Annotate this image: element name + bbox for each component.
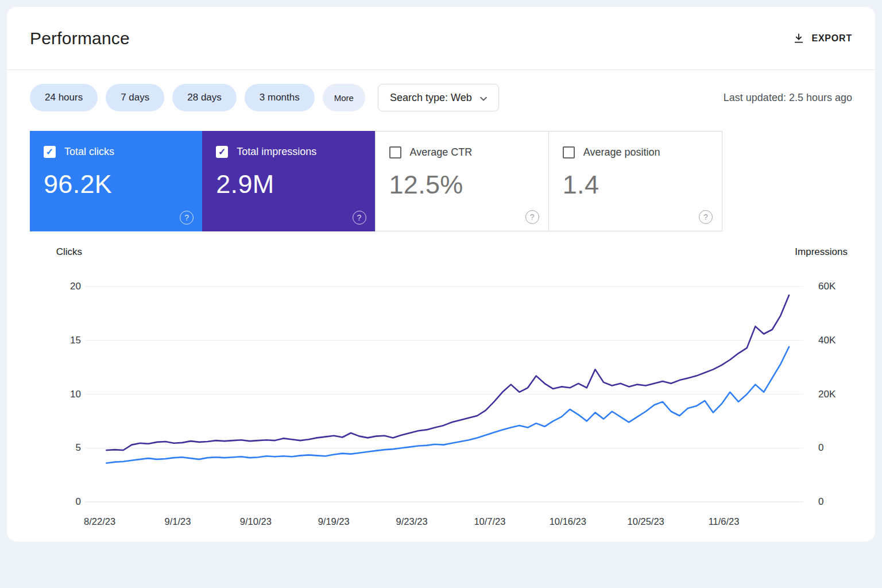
- left-axis-tick: 5: [76, 442, 81, 454]
- card-top: ✓ Total clicks: [44, 146, 189, 158]
- filter-toolbar: 24 hours 7 days 28 days 3 months More Se…: [7, 84, 875, 111]
- x-axis-label: 8/22/23: [84, 516, 115, 527]
- chart-plot-area: [84, 264, 803, 505]
- card-top: Average position: [563, 146, 708, 158]
- page-header: Performance EXPORT: [7, 7, 875, 70]
- metric-label: Total impressions: [237, 146, 316, 158]
- metric-value: 2.9M: [216, 169, 361, 199]
- right-axis-title: Impressions: [795, 246, 848, 258]
- left-axis-tick: 10: [70, 388, 81, 401]
- metric-card-total-clicks[interactable]: ✓ Total clicks 96.2K ?: [30, 131, 203, 231]
- main-panel: Performance EXPORT 24 hours 7 days 28 da…: [7, 7, 875, 541]
- left-axis-title: Clicks: [30, 246, 84, 258]
- metric-value: 12.5%: [389, 170, 535, 200]
- metric-cards: ✓ Total clicks 96.2K ? ✓ Total impressio…: [30, 131, 722, 231]
- series-total-impressions: [106, 295, 789, 450]
- metric-value: 96.2K: [44, 169, 189, 199]
- help-icon[interactable]: ?: [353, 211, 366, 225]
- axis-titles: Clicks Impressions: [30, 246, 852, 264]
- filter-chip-28-days[interactable]: 28 days: [172, 84, 237, 111]
- total-clicks-checkbox[interactable]: ✓: [44, 146, 56, 158]
- help-icon[interactable]: ?: [180, 211, 194, 225]
- chevron-down-icon: [480, 92, 487, 104]
- page-title: Performance: [30, 29, 130, 48]
- metric-label: Average position: [583, 146, 660, 158]
- x-axis-labels: 8/22/239/1/239/10/239/19/239/23/2310/7/2…: [84, 508, 798, 532]
- x-axis-label: 9/23/23: [396, 516, 428, 527]
- right-axis-tick: 0: [818, 496, 823, 508]
- filter-chip-more[interactable]: More: [323, 84, 365, 111]
- performance-chart: [84, 264, 803, 505]
- card-top: ✓ Total impressions: [216, 146, 361, 158]
- average-ctr-checkbox[interactable]: [389, 146, 401, 158]
- metric-card-average-position[interactable]: Average position 1.4 ?: [548, 131, 722, 231]
- search-type-dropdown[interactable]: Search type: Web: [378, 84, 499, 111]
- left-axis-ticks: 20151050: [30, 264, 84, 505]
- x-axis-label: 10/7/23: [474, 516, 505, 527]
- export-button[interactable]: EXPORT: [793, 33, 852, 44]
- export-label: EXPORT: [811, 33, 852, 44]
- left-axis-tick: 15: [70, 334, 81, 347]
- x-axis-label: 10/25/23: [628, 516, 664, 527]
- x-axis-label: 9/19/23: [318, 516, 350, 527]
- filter-chip-24-hours[interactable]: 24 hours: [30, 84, 98, 111]
- filter-chip-3-months[interactable]: 3 months: [245, 84, 315, 111]
- x-axis-label: 9/10/23: [240, 516, 272, 527]
- download-icon: [793, 33, 804, 44]
- right-axis-tick: 0: [818, 442, 823, 454]
- right-axis-tick: 40K: [818, 334, 835, 347]
- card-top: Average CTR: [389, 146, 535, 158]
- search-type-label: Search type: Web: [390, 92, 472, 104]
- left-axis-tick: 20: [70, 280, 81, 293]
- last-updated-text: Last updated: 2.5 hours ago: [724, 92, 852, 104]
- right-axis-tick: 60K: [818, 280, 835, 293]
- metric-value: 1.4: [563, 170, 708, 200]
- series-total-clicks: [106, 347, 789, 463]
- metric-label: Average CTR: [410, 146, 473, 158]
- total-impressions-checkbox[interactable]: ✓: [216, 146, 228, 158]
- x-axis-label: 11/6/23: [709, 516, 740, 527]
- performance-chart-section: Clicks Impressions 20151050 60K40K20K00 …: [7, 246, 875, 532]
- metric-card-total-impressions[interactable]: ✓ Total impressions 2.9M ?: [202, 131, 375, 231]
- help-icon[interactable]: ?: [699, 210, 713, 224]
- left-axis-tick: 0: [76, 496, 81, 508]
- metric-card-average-ctr[interactable]: Average CTR 12.5% ?: [375, 131, 549, 231]
- filter-chip-7-days[interactable]: 7 days: [106, 84, 164, 111]
- x-axis-label: 10/16/23: [550, 516, 586, 527]
- right-axis-ticks: 60K40K20K00: [803, 264, 852, 505]
- x-axis-label: 9/1/23: [165, 516, 191, 527]
- right-axis-tick: 20K: [818, 388, 835, 401]
- help-icon[interactable]: ?: [525, 210, 539, 224]
- metric-label: Total clicks: [64, 146, 114, 158]
- average-position-checkbox[interactable]: [563, 146, 575, 158]
- chart-row: 20151050 60K40K20K00: [30, 264, 852, 505]
